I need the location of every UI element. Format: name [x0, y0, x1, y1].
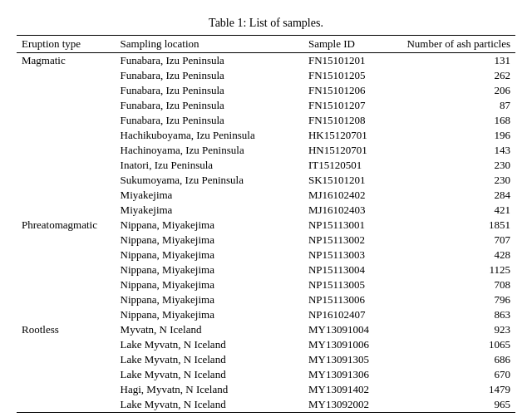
count-cell: 230: [393, 173, 515, 188]
location-cell: Funabara, Izu Peninsula: [116, 113, 303, 128]
eruption-type-cell: Rootless: [17, 322, 116, 413]
count-cell: 206: [393, 83, 515, 98]
sample-id-cell: FN15101205: [303, 68, 393, 83]
sample-id-cell: NP15113006: [303, 292, 393, 307]
sample-id-cell: NP15113005: [303, 277, 393, 292]
count-cell: 923: [393, 322, 515, 337]
sample-id-cell: FN15101207: [303, 98, 393, 113]
location-cell: Lake Myvatn, N Iceland: [116, 352, 303, 367]
table-row: PhreatomagmaticNippana, MiyakejimaNP1511…: [17, 218, 515, 233]
header-count: Number of ash particles: [393, 36, 515, 53]
location-cell: Funabara, Izu Peninsula: [116, 53, 303, 69]
page-container: Table 1: List of samples. Eruption type …: [17, 17, 515, 413]
sample-id-cell: MJ16102403: [303, 203, 393, 218]
count-cell: 230: [393, 158, 515, 173]
count-cell: 87: [393, 98, 515, 113]
header-location: Sampling location: [116, 36, 303, 53]
location-cell: Funabara, Izu Peninsula: [116, 68, 303, 83]
sample-id-cell: NP15113001: [303, 218, 393, 233]
sample-id-cell: NP15113003: [303, 248, 393, 262]
table-header-row: Eruption type Sampling location Sample I…: [17, 36, 515, 53]
sample-id-cell: SK15101201: [303, 173, 393, 188]
sample-id-cell: IT15120501: [303, 158, 393, 173]
count-cell: 796: [393, 292, 515, 307]
count-cell: 1851: [393, 218, 515, 233]
count-cell: 262: [393, 68, 515, 83]
location-cell: Sukumoyama, Izu Peninsula: [116, 173, 303, 188]
location-cell: Nippana, Miyakejima: [116, 218, 303, 233]
count-cell: 143: [393, 143, 515, 158]
location-cell: Hachikuboyama, Izu Peninsula: [116, 128, 303, 143]
count-cell: 1479: [393, 382, 515, 397]
sample-id-cell: FN15101201: [303, 53, 393, 69]
sample-id-cell: MY13091306: [303, 367, 393, 382]
count-cell: 863: [393, 307, 515, 322]
location-cell: Miyakejima: [116, 188, 303, 203]
header-eruption: Eruption type: [17, 36, 116, 53]
count-cell: 196: [393, 128, 515, 143]
count-cell: 131: [393, 53, 515, 69]
location-cell: Nippana, Miyakejima: [116, 248, 303, 262]
location-cell: Lake Myvatn, N Iceland: [116, 337, 303, 352]
sample-id-cell: FN15101206: [303, 83, 393, 98]
location-cell: Lake Myvatn, N Iceland: [116, 397, 303, 413]
location-cell: Miyakejima: [116, 203, 303, 218]
location-cell: Funabara, Izu Peninsula: [116, 83, 303, 98]
count-cell: 965: [393, 397, 515, 413]
sample-id-cell: NP16102407: [303, 307, 393, 322]
sample-id-cell: HN15120701: [303, 143, 393, 158]
count-cell: 670: [393, 367, 515, 382]
location-cell: Nippana, Miyakejima: [116, 307, 303, 322]
table-row: MagmaticFunabara, Izu PeninsulaFN1510120…: [17, 53, 515, 69]
sample-id-cell: MJ16102402: [303, 188, 393, 203]
sample-id-cell: FN15101208: [303, 113, 393, 128]
count-cell: 708: [393, 277, 515, 292]
count-cell: 1065: [393, 337, 515, 352]
location-cell: Nippana, Miyakejima: [116, 262, 303, 277]
location-cell: Nippana, Miyakejima: [116, 277, 303, 292]
table-caption: Table 1: List of samples.: [17, 17, 515, 30]
eruption-type-cell: Magmatic: [17, 53, 116, 218]
count-cell: 686: [393, 352, 515, 367]
sample-id-cell: MY13091305: [303, 352, 393, 367]
sample-id-cell: MY13091402: [303, 382, 393, 397]
sample-id-cell: MY13092002: [303, 397, 393, 413]
count-cell: 168: [393, 113, 515, 128]
sample-id-cell: HK15120701: [303, 128, 393, 143]
location-cell: Hachinoyama, Izu Peninsula: [116, 143, 303, 158]
location-cell: Hagi, Myvatn, N Iceland: [116, 382, 303, 397]
count-cell: 421: [393, 203, 515, 218]
location-cell: Lake Myvatn, N Iceland: [116, 367, 303, 382]
count-cell: 284: [393, 188, 515, 203]
count-cell: 1125: [393, 262, 515, 277]
sample-id-cell: MY13091006: [303, 337, 393, 352]
location-cell: Funabara, Izu Peninsula: [116, 98, 303, 113]
sample-id-cell: NP15113004: [303, 262, 393, 277]
sample-id-cell: MY13091004: [303, 322, 393, 337]
location-cell: Nippana, Miyakejima: [116, 292, 303, 307]
location-cell: Myvatn, N Iceland: [116, 322, 303, 337]
table-row: RootlessMyvatn, N IcelandMY13091004923: [17, 322, 515, 337]
samples-table: Eruption type Sampling location Sample I…: [17, 35, 515, 413]
header-sample-id: Sample ID: [303, 36, 393, 53]
eruption-type-cell: Phreatomagmatic: [17, 218, 116, 322]
count-cell: 428: [393, 248, 515, 262]
location-cell: Inatori, Izu Peninsula: [116, 158, 303, 173]
sample-id-cell: NP15113002: [303, 233, 393, 248]
count-cell: 707: [393, 233, 515, 248]
location-cell: Nippana, Miyakejima: [116, 233, 303, 248]
